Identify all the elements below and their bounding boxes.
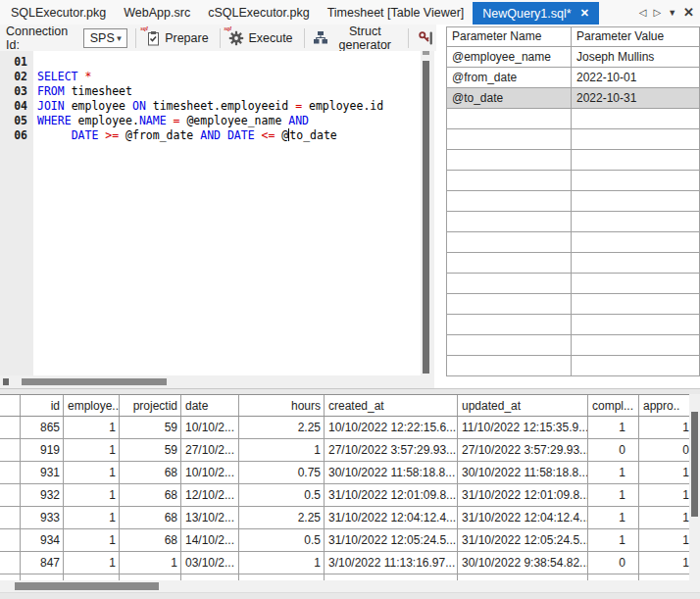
tab-timesheet-table-viewer[interactable]: Timesheet [Table Viewer]: [319, 0, 474, 25]
parameter-name-cell[interactable]: [447, 129, 572, 150]
parameter-name-cell[interactable]: @employee_name: [447, 47, 572, 68]
parameter-empty-row[interactable]: [447, 356, 700, 376]
key-button[interactable]: [415, 28, 436, 48]
results-horizontal-scrollbar-thumb[interactable]: [15, 582, 159, 590]
parameter-value-cell[interactable]: [572, 232, 700, 253]
results-header-compl[interactable]: compl...: [588, 395, 639, 416]
parameter-value-cell[interactable]: [572, 253, 700, 274]
connection-id-select[interactable]: SPS ▼: [83, 28, 128, 48]
results-row[interactable]: 93116810/10/2...0.7530/10/2022 11:58:18.…: [0, 462, 700, 484]
parameter-value-cell[interactable]: 2022-10-01: [572, 68, 700, 88]
results-row[interactable]: 93316813/10/2...2.2531/10/2022 12:04:12.…: [0, 507, 700, 529]
tab-sqlexecutor-pkg[interactable]: SQLExecutor.pkg: [2, 0, 115, 25]
parameter-row[interactable]: @employee_nameJoseph Mullins: [447, 47, 700, 68]
parameter-header-value[interactable]: Parameter Value: [572, 27, 700, 47]
parameter-value-cell[interactable]: [572, 171, 700, 191]
sql-editor[interactable]: 0102SELECT *03FROM timesheet04JOIN emplo…: [0, 51, 434, 388]
parameter-name-cell[interactable]: [447, 356, 572, 376]
results-header-hours[interactable]: hours: [239, 395, 325, 416]
results-row[interactable]: 8471103/10/2...13/10/2022 11:13:16.97...…: [0, 552, 700, 574]
parameter-name-cell[interactable]: [447, 109, 572, 129]
results-cell: 0: [588, 439, 639, 461]
editor-horizontal-scrollbar[interactable]: [0, 375, 434, 388]
nav-back-icon[interactable]: ◁: [639, 7, 647, 18]
results-panel: idemploye...projectiddatehourscreated_at…: [0, 394, 700, 580]
parameter-value-cell[interactable]: [572, 274, 700, 294]
parameter-name-cell[interactable]: @from_date: [447, 68, 572, 88]
results-cell: 10/10/2022 12:22:15.6...: [325, 417, 458, 438]
parameter-empty-row[interactable]: [447, 109, 700, 129]
parameter-value-cell[interactable]: [572, 109, 700, 129]
tab-label: NewQuery1.sql*: [482, 7, 571, 21]
results-header-appro[interactable]: appro..: [639, 395, 693, 416]
results-header-employe[interactable]: employe...: [64, 395, 120, 416]
parameter-empty-row[interactable]: [447, 129, 700, 150]
results-row[interactable]: 91915927/10/2...127/10/2022 3:57:29.93..…: [0, 439, 700, 462]
editor-horizontal-scrollbar-thumb[interactable]: [22, 378, 167, 385]
results-row[interactable]: 86515910/10/2...2.2510/10/2022 12:22:15.…: [0, 417, 700, 439]
parameter-value-cell[interactable]: [572, 356, 700, 376]
results-header-updated-at[interactable]: updated_at: [458, 395, 588, 416]
parameter-row[interactable]: @from_date2022-10-01: [447, 68, 700, 88]
parameter-name-cell[interactable]: [447, 274, 572, 294]
parameter-value-cell[interactable]: [572, 150, 700, 171]
parameter-name-cell[interactable]: @to_date: [447, 88, 572, 109]
nav-menu-icon[interactable]: ▼: [668, 8, 676, 18]
parameter-name-cell[interactable]: [447, 150, 572, 171]
results-header-id[interactable]: id: [21, 395, 64, 416]
struct-generator-button[interactable]: Struct generator: [310, 23, 400, 54]
editor-vertical-scrollbar-thumb[interactable]: [423, 61, 429, 374]
parameter-name-cell[interactable]: [447, 191, 572, 212]
parameter-empty-row[interactable]: [447, 191, 700, 212]
tab-close-icon[interactable]: ✕: [580, 7, 589, 20]
parameter-empty-row[interactable]: [447, 212, 700, 232]
tab-csqlexecutor-pkg[interactable]: cSQLExecutor.pkg: [199, 0, 319, 25]
results-cell: 865: [21, 417, 64, 438]
parameter-row[interactable]: @to_date2022-10-31: [447, 88, 700, 109]
parameter-empty-row[interactable]: [447, 274, 700, 294]
parameter-empty-row[interactable]: [447, 232, 700, 253]
editor-vertical-scrollbar[interactable]: [421, 51, 434, 375]
parameter-empty-row[interactable]: [447, 315, 700, 335]
parameter-empty-row[interactable]: [447, 150, 700, 171]
results-row[interactable]: 93216812/10/2...0.531/10/2022 12:01:09.8…: [0, 484, 700, 507]
parameter-name-cell[interactable]: [447, 315, 572, 335]
tab-webapp-src[interactable]: WebApp.src: [115, 0, 199, 25]
results-vertical-scrollbar[interactable]: [689, 394, 700, 580]
parameter-name-cell[interactable]: [447, 171, 572, 191]
results-header-selector[interactable]: [0, 395, 21, 416]
parameter-empty-row[interactable]: [447, 335, 700, 356]
results-row[interactable]: 93416814/10/2...0.531/10/2022 12:05:24.5…: [0, 529, 700, 552]
parameter-value-cell[interactable]: [572, 335, 700, 356]
results-cell: 847: [21, 552, 64, 574]
parameter-name-cell[interactable]: [447, 253, 572, 274]
parameter-value-cell[interactable]: [572, 294, 700, 315]
parameter-name-cell[interactable]: [447, 294, 572, 315]
parameter-name-cell[interactable]: [447, 335, 572, 356]
results-horizontal-scrollbar[interactable]: [0, 580, 700, 592]
parameter-empty-row[interactable]: [447, 294, 700, 315]
parameter-name-cell[interactable]: [447, 212, 572, 232]
code-token: NAME: [139, 114, 167, 127]
results-header-date[interactable]: date: [181, 395, 239, 416]
editor-vertical-scrollbar-dash[interactable]: [423, 51, 429, 55]
parameter-name-cell[interactable]: [447, 232, 572, 253]
nav-close-icon[interactable]: ✕: [683, 5, 694, 20]
parameter-value-cell[interactable]: [572, 191, 700, 212]
results-header-projectid[interactable]: projectid: [120, 395, 181, 416]
results-header-created-at[interactable]: created_at: [325, 395, 458, 416]
parameter-value-cell[interactable]: Joseph Mullins: [572, 47, 700, 68]
tab-newquery1-sql[interactable]: NewQuery1.sql*✕: [473, 2, 599, 25]
parameter-empty-row[interactable]: [447, 171, 700, 191]
parameter-header-name[interactable]: Parameter Name: [447, 27, 572, 47]
nav-forward-icon[interactable]: ▷: [653, 7, 661, 18]
prepare-button[interactable]: sqlPrepare: [142, 28, 211, 48]
parameter-value-cell[interactable]: [572, 129, 700, 150]
editor-horizontal-scrollbar-box[interactable]: [3, 378, 9, 385]
parameter-value-cell[interactable]: [572, 315, 700, 335]
results-vertical-scrollbar-thumb[interactable]: [691, 412, 698, 517]
execute-button[interactable]: sqlExecute: [225, 28, 295, 48]
parameter-value-cell[interactable]: 2022-10-31: [572, 88, 700, 109]
parameter-value-cell[interactable]: [572, 212, 700, 232]
parameter-empty-row[interactable]: [447, 253, 700, 274]
